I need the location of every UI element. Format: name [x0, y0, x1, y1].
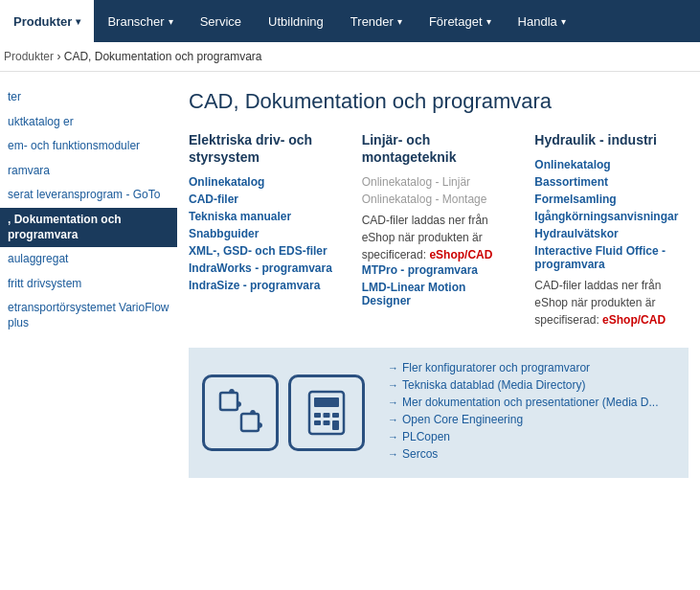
- sidebar-item[interactable]: fritt drivsystem: [0, 272, 177, 297]
- chevron-down-icon: ▾: [76, 16, 80, 27]
- sidebar-item[interactable]: ter: [0, 85, 177, 110]
- svg-rect-0: [220, 393, 237, 410]
- puzzle-icon-box: [202, 374, 279, 451]
- arrow-icon-4: →: [388, 431, 398, 442]
- col3-link-5[interactable]: Interactive Fluid Office - programvara: [534, 244, 689, 271]
- sidebar-item[interactable]: etransportörsystemet VarioFlow plus: [0, 296, 177, 335]
- svg-rect-1: [241, 414, 259, 431]
- nav-item-utbildning[interactable]: Utbildning: [255, 0, 337, 42]
- chevron-down-icon: ▾: [561, 16, 566, 27]
- bottom-links: → Fler konfiguratorer och programvaror →…: [388, 361, 675, 465]
- col1-link-0[interactable]: Onlinekatalog: [189, 175, 343, 189]
- chevron-down-icon: ▾: [486, 16, 491, 27]
- nav-item-service[interactable]: Service: [187, 0, 255, 42]
- col2-link-2[interactable]: MTPro - programvara: [362, 263, 516, 277]
- column-linear: Linjär- och montageteknik Onlinekatalog …: [362, 131, 516, 329]
- sidebar-item[interactable]: ramvara: [0, 159, 177, 184]
- col3-link-2[interactable]: Formelsamling: [534, 193, 689, 206]
- col3-title: Hydraulik - industri: [534, 131, 689, 148]
- bottom-link-5[interactable]: → Sercos: [388, 447, 675, 461]
- sidebar-item[interactable]: uktkatalog er: [0, 110, 177, 135]
- columns: Elektriska driv- och styrsystem Onlineka…: [189, 131, 689, 329]
- svg-rect-3: [314, 397, 339, 407]
- puzzle-icon: [215, 388, 265, 438]
- col3-link-0[interactable]: Onlinekatalog: [534, 158, 689, 171]
- breadcrumb: Produkter › CAD, Dokumentation och progr…: [0, 42, 700, 72]
- bottom-link-3[interactable]: → Open Core Engineering: [388, 413, 675, 426]
- nav-item-företaget[interactable]: Företaget ▾: [416, 0, 505, 42]
- arrow-icon-5: →: [388, 448, 398, 460]
- col1-link-6[interactable]: IndraSize - programvara: [189, 279, 343, 292]
- main-wrapper: teruktkatalog erem- och funktionsmoduler…: [0, 81, 700, 486]
- bottom-link-1[interactable]: → Tekniska datablad (Media Directory): [388, 378, 675, 392]
- arrow-icon-1: →: [388, 379, 398, 391]
- sidebar-item[interactable]: em- och funktionsmoduler: [0, 134, 177, 159]
- bottom-panel: → Fler konfiguratorer och programvaror →…: [189, 348, 689, 478]
- col2-eshop-link[interactable]: eShop/CAD: [429, 248, 492, 261]
- arrow-icon-2: →: [388, 397, 398, 408]
- col2-text: CAD-filer laddas ner från eShop när prod…: [362, 212, 516, 263]
- content-area: CAD, Dokumentation och programvara Elekt…: [177, 81, 700, 486]
- sidebar: teruktkatalog erem- och funktionsmoduler…: [0, 81, 177, 486]
- col1-title: Elektriska driv- och styrsystem: [189, 131, 343, 166]
- nav-item-produkter[interactable]: Produkter ▾: [0, 0, 94, 42]
- col3-text: CAD-filer laddas ner från eShop när prod…: [534, 277, 689, 329]
- svg-rect-6: [332, 413, 339, 418]
- col1-link-4[interactable]: XML-, GSD- och EDS-filer: [189, 244, 343, 258]
- svg-rect-5: [324, 413, 330, 418]
- col2-link-1: Onlinekatalog - Montage: [362, 193, 516, 206]
- col1-link-1[interactable]: CAD-filer: [189, 193, 343, 206]
- arrow-icon-3: →: [388, 414, 398, 425]
- svg-rect-7: [314, 420, 321, 425]
- sidebar-item[interactable]: serat leveransprogram - GoTo: [0, 183, 177, 208]
- column-electrical: Elektriska driv- och styrsystem Onlineka…: [189, 131, 343, 329]
- main-nav: Produkter ▾Branscher ▾ServiceUtbildningT…: [0, 0, 700, 42]
- sidebar-item[interactable]: , Dokumentation och programvara: [0, 208, 177, 247]
- nav-item-handla[interactable]: Handla ▾: [505, 0, 579, 42]
- sidebar-item[interactable]: aulaggregat: [0, 247, 177, 272]
- calculator-icon-box: [288, 374, 365, 451]
- breadcrumb-parent[interactable]: Produkter: [4, 50, 54, 63]
- bottom-link-0[interactable]: → Fler konfiguratorer och programvaror: [388, 361, 675, 374]
- arrow-icon-0: →: [388, 362, 398, 374]
- svg-rect-8: [324, 420, 330, 425]
- nav-item-trender[interactable]: Trender ▾: [337, 0, 416, 42]
- calculator-icon: [302, 388, 351, 438]
- nav-item-branscher[interactable]: Branscher ▾: [94, 0, 186, 42]
- col3-eshop-link[interactable]: eShop/CAD: [602, 313, 666, 327]
- bottom-link-4[interactable]: → PLCopen: [388, 430, 675, 443]
- bottom-link-2[interactable]: → Mer dokumentation och presentationer (…: [388, 396, 675, 409]
- col1-link-5[interactable]: IndraWorks - programvara: [189, 261, 343, 275]
- bottom-icons: [202, 374, 365, 451]
- col3-link-1[interactable]: Bassortiment: [534, 175, 689, 189]
- chevron-down-icon: ▾: [397, 16, 402, 27]
- col1-link-3[interactable]: Snabbguider: [189, 227, 343, 240]
- page-title: CAD, Dokumentation och programvara: [189, 89, 689, 114]
- col2-title: Linjär- och montageteknik: [362, 131, 516, 166]
- col2-link-0: Onlinekatalog - Linjär: [362, 175, 516, 189]
- column-hydraulic: Hydraulik - industri Onlinekatalog Basso…: [534, 131, 689, 329]
- chevron-down-icon: ▾: [169, 16, 173, 27]
- col1-link-2[interactable]: Tekniska manualer: [189, 210, 343, 223]
- col3-link-4[interactable]: Hydraulvätskor: [534, 227, 689, 240]
- col2-link-3[interactable]: LMD-Linear Motion Designer: [362, 281, 516, 307]
- col3-link-3[interactable]: Igångkörningsanvisningar: [534, 210, 689, 223]
- svg-rect-9: [332, 420, 339, 430]
- breadcrumb-current: CAD, Dokumentation och programvara: [64, 50, 262, 63]
- svg-rect-4: [314, 413, 321, 418]
